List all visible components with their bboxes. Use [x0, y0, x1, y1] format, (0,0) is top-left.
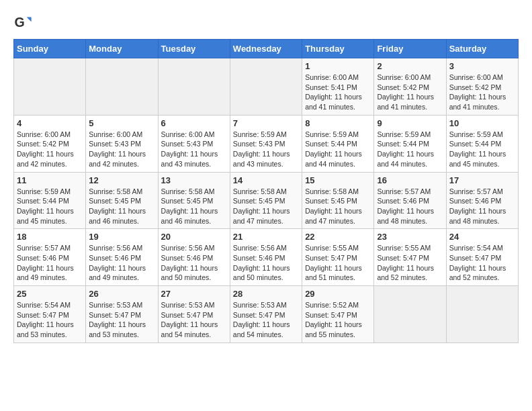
calendar-cell: 23Sunrise: 5:55 AM Sunset: 5:47 PM Dayli…: [374, 229, 446, 286]
day-info: Sunrise: 5:59 AM Sunset: 5:44 PM Dayligh…: [377, 130, 443, 169]
day-number: 12: [89, 175, 154, 185]
day-number: 16: [377, 175, 443, 185]
day-number: 4: [17, 118, 83, 128]
day-info: Sunrise: 5:56 AM Sunset: 5:46 PM Dayligh…: [89, 243, 154, 283]
day-info: Sunrise: 5:59 AM Sunset: 5:44 PM Dayligh…: [17, 187, 83, 226]
calendar-cell: 28Sunrise: 5:53 AM Sunset: 5:47 PM Dayli…: [230, 286, 302, 343]
calendar-cell: 27Sunrise: 5:53 AM Sunset: 5:47 PM Dayli…: [158, 286, 230, 343]
calendar-cell: [14, 58, 86, 116]
calendar-cell: 25Sunrise: 5:54 AM Sunset: 5:47 PM Dayli…: [14, 286, 86, 343]
weekday-header-friday: Friday: [374, 40, 446, 58]
calendar-week-3: 11Sunrise: 5:59 AM Sunset: 5:44 PM Dayli…: [14, 172, 519, 229]
calendar-cell: 3Sunrise: 6:00 AM Sunset: 5:42 PM Daylig…: [446, 58, 518, 116]
calendar-cell: 21Sunrise: 5:56 AM Sunset: 5:46 PM Dayli…: [230, 229, 302, 286]
calendar-cell: [374, 286, 446, 343]
calendar-cell: 7Sunrise: 5:59 AM Sunset: 5:43 PM Daylig…: [230, 115, 302, 172]
calendar-cell: 14Sunrise: 5:58 AM Sunset: 5:45 PM Dayli…: [230, 172, 302, 229]
calendar-week-1: 1Sunrise: 6:00 AM Sunset: 5:41 PM Daylig…: [14, 58, 519, 116]
day-info: Sunrise: 5:59 AM Sunset: 5:44 PM Dayligh…: [305, 130, 371, 169]
day-number: 9: [377, 118, 443, 128]
day-number: 5: [89, 118, 154, 128]
day-number: 17: [449, 175, 515, 185]
day-info: Sunrise: 5:59 AM Sunset: 5:43 PM Dayligh…: [233, 130, 299, 169]
day-info: Sunrise: 6:00 AM Sunset: 5:42 PM Dayligh…: [377, 73, 443, 112]
day-number: 15: [305, 175, 371, 185]
day-number: 25: [17, 289, 83, 299]
weekday-header-row: SundayMondayTuesdayWednesdayThursdayFrid…: [14, 40, 519, 58]
day-info: Sunrise: 5:56 AM Sunset: 5:46 PM Dayligh…: [233, 243, 299, 283]
day-number: 27: [161, 289, 227, 299]
calendar-cell: 4Sunrise: 6:00 AM Sunset: 5:42 PM Daylig…: [14, 115, 86, 172]
calendar-cell: 2Sunrise: 6:00 AM Sunset: 5:42 PM Daylig…: [374, 58, 446, 116]
logo-icon: G: [13, 13, 32, 32]
day-info: Sunrise: 5:55 AM Sunset: 5:47 PM Dayligh…: [377, 243, 443, 283]
day-number: 22: [305, 232, 371, 242]
svg-text:G: G: [14, 15, 24, 30]
calendar-cell: 17Sunrise: 5:57 AM Sunset: 5:46 PM Dayli…: [446, 172, 518, 229]
calendar-cell: 8Sunrise: 5:59 AM Sunset: 5:44 PM Daylig…: [302, 115, 374, 172]
calendar-cell: [446, 286, 518, 343]
day-info: Sunrise: 6:00 AM Sunset: 5:41 PM Dayligh…: [305, 73, 371, 112]
day-number: 7: [233, 118, 299, 128]
calendar-table: SundayMondayTuesdayWednesdayThursdayFrid…: [13, 39, 519, 343]
day-number: 13: [161, 175, 227, 185]
day-info: Sunrise: 6:00 AM Sunset: 5:43 PM Dayligh…: [89, 130, 154, 169]
day-number: 11: [17, 175, 83, 185]
day-info: Sunrise: 5:53 AM Sunset: 5:47 PM Dayligh…: [161, 300, 227, 340]
calendar-cell: 5Sunrise: 6:00 AM Sunset: 5:43 PM Daylig…: [86, 115, 158, 172]
day-info: Sunrise: 5:55 AM Sunset: 5:47 PM Dayligh…: [305, 243, 371, 283]
day-info: Sunrise: 5:59 AM Sunset: 5:44 PM Dayligh…: [449, 130, 515, 169]
day-number: 23: [377, 232, 443, 242]
day-number: 19: [89, 232, 154, 242]
day-number: 21: [233, 232, 299, 242]
calendar-cell: 22Sunrise: 5:55 AM Sunset: 5:47 PM Dayli…: [302, 229, 374, 286]
calendar-week-4: 18Sunrise: 5:57 AM Sunset: 5:46 PM Dayli…: [14, 229, 519, 286]
calendar-week-5: 25Sunrise: 5:54 AM Sunset: 5:47 PM Dayli…: [14, 286, 519, 343]
calendar-cell: 10Sunrise: 5:59 AM Sunset: 5:44 PM Dayli…: [446, 115, 518, 172]
calendar-cell: 11Sunrise: 5:59 AM Sunset: 5:44 PM Dayli…: [14, 172, 86, 229]
day-info: Sunrise: 5:57 AM Sunset: 5:46 PM Dayligh…: [17, 243, 83, 283]
day-info: Sunrise: 6:00 AM Sunset: 5:42 PM Dayligh…: [17, 130, 83, 169]
calendar-cell: 26Sunrise: 5:53 AM Sunset: 5:47 PM Dayli…: [86, 286, 158, 343]
day-number: 8: [305, 118, 371, 128]
day-number: 29: [305, 289, 371, 299]
day-info: Sunrise: 5:58 AM Sunset: 5:45 PM Dayligh…: [305, 187, 371, 226]
day-info: Sunrise: 5:57 AM Sunset: 5:46 PM Dayligh…: [377, 187, 443, 226]
calendar-cell: [158, 58, 230, 116]
calendar-cell: 9Sunrise: 5:59 AM Sunset: 5:44 PM Daylig…: [374, 115, 446, 172]
day-number: 26: [89, 289, 154, 299]
day-info: Sunrise: 5:57 AM Sunset: 5:46 PM Dayligh…: [449, 187, 515, 226]
calendar-cell: 15Sunrise: 5:58 AM Sunset: 5:45 PM Dayli…: [302, 172, 374, 229]
calendar-cell: 1Sunrise: 6:00 AM Sunset: 5:41 PM Daylig…: [302, 58, 374, 116]
calendar-cell: 29Sunrise: 5:52 AM Sunset: 5:47 PM Dayli…: [302, 286, 374, 343]
day-info: Sunrise: 5:53 AM Sunset: 5:47 PM Dayligh…: [233, 300, 299, 340]
weekday-header-saturday: Saturday: [446, 40, 518, 58]
calendar-cell: 6Sunrise: 6:00 AM Sunset: 5:43 PM Daylig…: [158, 115, 230, 172]
day-number: 28: [233, 289, 299, 299]
logo: G: [13, 13, 35, 32]
day-info: Sunrise: 5:54 AM Sunset: 5:47 PM Dayligh…: [17, 300, 83, 340]
day-info: Sunrise: 5:58 AM Sunset: 5:45 PM Dayligh…: [89, 187, 154, 226]
weekday-header-sunday: Sunday: [14, 40, 86, 58]
day-number: 1: [305, 61, 371, 71]
day-info: Sunrise: 5:58 AM Sunset: 5:45 PM Dayligh…: [161, 187, 227, 226]
weekday-header-thursday: Thursday: [302, 40, 374, 58]
calendar-cell: 24Sunrise: 5:54 AM Sunset: 5:47 PM Dayli…: [446, 229, 518, 286]
day-info: Sunrise: 6:00 AM Sunset: 5:43 PM Dayligh…: [161, 130, 227, 169]
calendar-cell: 12Sunrise: 5:58 AM Sunset: 5:45 PM Dayli…: [86, 172, 158, 229]
day-number: 3: [449, 61, 515, 71]
day-number: 14: [233, 175, 299, 185]
calendar-cell: 16Sunrise: 5:57 AM Sunset: 5:46 PM Dayli…: [374, 172, 446, 229]
header: G: [13, 13, 519, 32]
day-number: 24: [449, 232, 515, 242]
calendar-cell: [86, 58, 158, 116]
calendar-cell: 18Sunrise: 5:57 AM Sunset: 5:46 PM Dayli…: [14, 229, 86, 286]
weekday-header-monday: Monday: [86, 40, 158, 58]
calendar-cell: [230, 58, 302, 116]
day-info: Sunrise: 5:52 AM Sunset: 5:47 PM Dayligh…: [305, 300, 371, 340]
day-number: 10: [449, 118, 515, 128]
calendar-cell: 13Sunrise: 5:58 AM Sunset: 5:45 PM Dayli…: [158, 172, 230, 229]
day-number: 2: [377, 61, 443, 71]
day-info: Sunrise: 6:00 AM Sunset: 5:42 PM Dayligh…: [449, 73, 515, 112]
calendar-cell: 19Sunrise: 5:56 AM Sunset: 5:46 PM Dayli…: [86, 229, 158, 286]
